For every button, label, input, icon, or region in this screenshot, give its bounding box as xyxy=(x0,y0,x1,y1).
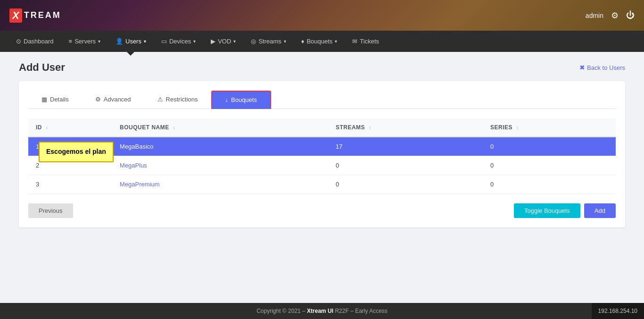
logo-x: X xyxy=(9,8,22,23)
cell-streams: 0 xyxy=(328,156,483,175)
nav-servers-label: Servers xyxy=(74,38,96,45)
cell-id: 3 xyxy=(28,175,112,194)
col-streams: STREAMS ↕ xyxy=(328,118,483,137)
servers-dropdown-icon: ▾ xyxy=(98,39,100,44)
bouquets-table: ID ↕ BOUQUET NAME ↕ STREAMS ↕ SERIES ↕ xyxy=(28,118,616,194)
nav-servers[interactable]: ≡ Servers ▾ xyxy=(62,31,107,52)
streams-icon: ◎ xyxy=(251,38,256,45)
bouquets-tab-label: Bouquets xyxy=(231,96,257,103)
header: X TREAM admin ⚙ ⏻ xyxy=(0,0,644,31)
cell-streams: 0 xyxy=(328,175,483,194)
nav-dashboard[interactable]: ⊙ Dashboard xyxy=(9,31,60,52)
nav-tickets[interactable]: ✉ Tickets xyxy=(346,31,386,52)
right-buttons: Toggle Bouquets Add xyxy=(514,203,616,218)
series-sort-icon: ↕ xyxy=(516,125,519,130)
nav-bouquets-label: Bouquets xyxy=(306,38,332,45)
cell-bouquet-name: MegaPremium xyxy=(112,175,328,194)
annotation-text: Escogemos el plan xyxy=(46,148,106,155)
logo: X TREAM xyxy=(9,8,61,23)
nav-streams[interactable]: ◎ Streams ▾ xyxy=(244,31,292,52)
users-dropdown-icon: ▾ xyxy=(144,39,146,44)
table-header-row: ID ↕ BOUQUET NAME ↕ STREAMS ↕ SERIES ↕ xyxy=(28,118,616,137)
back-to-users-label: Back to Users xyxy=(587,64,625,71)
details-tab-icon: ▦ xyxy=(41,96,47,103)
cell-streams: 17 xyxy=(328,137,483,156)
tabs-container: ▦ Details ⚙ Advanced ⚠ Restrictions ↓ Bo… xyxy=(28,91,616,109)
tab-bouquets[interactable]: ↓ Bouquets xyxy=(211,91,271,109)
nav-dashboard-label: Dashboard xyxy=(24,38,54,45)
footer-buttons: Previous Toggle Bouquets Add xyxy=(28,203,616,218)
nav-tickets-label: Tickets xyxy=(360,38,379,45)
cell-bouquet-name: MegaBasico xyxy=(112,137,328,156)
page-header: Add User ✖ Back to Users xyxy=(19,61,625,74)
nav-bouquets[interactable]: ♦ Bouquets ▾ xyxy=(295,31,344,52)
back-to-users-link[interactable]: ✖ Back to Users xyxy=(579,64,625,71)
nav-users-label: Users xyxy=(125,38,141,45)
settings-icon[interactable]: ⚙ xyxy=(611,10,619,21)
details-tab-label: Details xyxy=(50,96,69,103)
table-row[interactable]: 3MegaPremium00 xyxy=(28,175,616,194)
footer-version: R22F – Early Access xyxy=(335,308,387,314)
id-sort-icon: ↕ xyxy=(46,125,49,130)
power-icon[interactable]: ⏻ xyxy=(626,10,635,20)
devices-dropdown-icon: ▾ xyxy=(193,39,196,44)
footer: Copyright © 2021 – Xtream UI R22F – Earl… xyxy=(0,303,644,319)
footer-ip: 192.168.254.10 xyxy=(592,303,644,319)
footer-brand: Xtream UI xyxy=(307,308,333,314)
main-content: Add User ✖ Back to Users ▦ Details ⚙ Adv… xyxy=(0,52,644,300)
footer-copyright: Copyright © 2021 – xyxy=(256,308,307,314)
nav-vod-label: VOD xyxy=(218,38,231,45)
cell-series: 0 xyxy=(483,137,616,156)
vod-icon: ▶ xyxy=(211,38,215,45)
tab-advanced[interactable]: ⚙ Advanced xyxy=(82,91,144,109)
logo-text: TREAM xyxy=(24,10,61,20)
username-label: admin xyxy=(586,12,603,19)
col-id: ID ↕ xyxy=(28,118,112,137)
users-icon: 👤 xyxy=(116,38,123,45)
bouquets-dropdown-icon: ▾ xyxy=(335,39,337,44)
table-row[interactable]: 1MegaBasico170 xyxy=(28,137,616,156)
dashboard-icon: ⊙ xyxy=(16,38,21,45)
tab-details[interactable]: ▦ Details xyxy=(28,91,82,109)
back-icon: ✖ xyxy=(579,64,585,71)
tickets-icon: ✉ xyxy=(352,38,357,45)
cell-series: 0 xyxy=(483,156,616,175)
col-series: SERIES ↕ xyxy=(483,118,616,137)
servers-icon: ≡ xyxy=(69,38,73,45)
toggle-bouquets-button[interactable]: Toggle Bouquets xyxy=(514,203,580,218)
previous-button[interactable]: Previous xyxy=(28,203,73,218)
bouquets-tab-icon: ↓ xyxy=(225,96,229,103)
bouquets-icon: ♦ xyxy=(301,38,305,45)
table-row[interactable]: 2MegaPlus00 xyxy=(28,156,616,175)
advanced-tab-icon: ⚙ xyxy=(95,96,101,103)
annotation-box: Escogemos el plan xyxy=(39,142,114,162)
table-header: ID ↕ BOUQUET NAME ↕ STREAMS ↕ SERIES ↕ xyxy=(28,118,616,137)
tab-restrictions[interactable]: ⚠ Restrictions xyxy=(144,91,211,109)
header-right: admin ⚙ ⏻ xyxy=(586,10,635,21)
nav-devices[interactable]: ▭ Devices ▾ xyxy=(155,31,202,52)
streams-sort-icon: ↕ xyxy=(369,125,372,130)
restrictions-tab-label: Restrictions xyxy=(166,96,198,103)
page-title: Add User xyxy=(19,61,65,74)
nav-users[interactable]: 👤 Users ▾ xyxy=(109,31,153,52)
nav-devices-label: Devices xyxy=(169,38,191,45)
devices-icon: ▭ xyxy=(161,38,167,45)
col-bouquet-name: BOUQUET NAME ↕ xyxy=(112,118,328,137)
nav-streams-label: Streams xyxy=(258,38,281,45)
vod-dropdown-icon: ▾ xyxy=(233,39,236,44)
advanced-tab-label: Advanced xyxy=(104,96,131,103)
navbar: ⊙ Dashboard ≡ Servers ▾ 👤 Users ▾ ▭ Devi… xyxy=(0,31,644,52)
users-dropdown-indicator xyxy=(127,52,134,56)
nav-vod[interactable]: ▶ VOD ▾ xyxy=(204,31,242,52)
cell-series: 0 xyxy=(483,175,616,194)
table-body: 1MegaBasico1702MegaPlus003MegaPremium00 xyxy=(28,137,616,194)
cell-bouquet-name: MegaPlus xyxy=(112,156,328,175)
restrictions-tab-icon: ⚠ xyxy=(157,96,163,103)
bouquet-name-sort-icon: ↕ xyxy=(173,125,176,130)
streams-dropdown-icon: ▾ xyxy=(284,39,286,44)
add-button[interactable]: Add xyxy=(584,203,616,218)
